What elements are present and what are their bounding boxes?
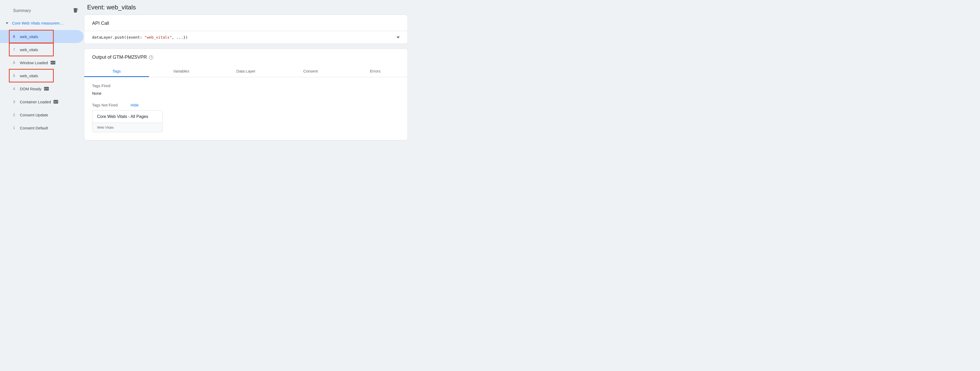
tab-body-tags: Tags Fired None Tags Not Fired Hide Core… bbox=[84, 77, 407, 140]
event-item-number: 2 bbox=[13, 113, 20, 117]
event-item-label: web_vitals bbox=[20, 35, 38, 39]
event-item-label: DOM Ready bbox=[20, 87, 41, 91]
api-call-prefix: dataLayer.push({event: bbox=[92, 35, 145, 40]
sidebar: Summary Core Web Vitals measurem… 8web_v… bbox=[0, 0, 83, 155]
hide-link[interactable]: Hide bbox=[131, 103, 139, 107]
output-card: Output of GTM-PMZ5VPR ? TagsVariablesDat… bbox=[84, 49, 408, 140]
tab-tags[interactable]: Tags bbox=[84, 65, 149, 77]
event-item[interactable]: 1Consent Default bbox=[0, 121, 83, 134]
svg-rect-0 bbox=[77, 9, 78, 10]
event-item-number: 6 bbox=[13, 61, 20, 65]
event-item[interactable]: 5web_vitals bbox=[0, 69, 83, 82]
app-root: Summary Core Web Vitals measurem… 8web_v… bbox=[0, 0, 408, 155]
event-item-number: 3 bbox=[13, 100, 20, 104]
tag-card-title: Core Web Vitals - All Pages bbox=[92, 111, 162, 123]
event-list: 8web_vitals7web_vitals6Window Loaded</>5… bbox=[0, 27, 83, 134]
event-title: Event: web_vitals bbox=[84, 0, 408, 14]
event-item-label: Consent Update bbox=[20, 113, 48, 117]
summary-row[interactable]: Summary bbox=[0, 3, 83, 19]
tags-fired-label: Tags Fired bbox=[92, 83, 400, 88]
tag-card[interactable]: Core Web Vitals - All Pages Web Vitals bbox=[92, 110, 162, 132]
svg-rect-2 bbox=[77, 11, 78, 11]
api-call-code: dataLayer.push({event: "web_vitals", ...… bbox=[92, 35, 188, 40]
api-call-body[interactable]: dataLayer.push({event: "web_vitals", ...… bbox=[84, 31, 407, 44]
summary-label: Summary bbox=[13, 8, 31, 13]
event-item-number: 1 bbox=[13, 126, 20, 130]
tags-not-fired-row: Tags Not Fired Hide bbox=[92, 103, 400, 107]
api-call-card: API Call dataLayer.push({event: "web_vit… bbox=[84, 14, 408, 44]
tab-variables[interactable]: Variables bbox=[149, 65, 214, 77]
tags-not-fired-label: Tags Not Fired bbox=[92, 103, 118, 107]
code-icon: </> bbox=[44, 87, 49, 91]
chevron-down-icon bbox=[396, 37, 400, 38]
api-call-value: "web_vitals" bbox=[145, 35, 172, 40]
tab-data-layer[interactable]: Data Layer bbox=[214, 65, 278, 77]
help-icon[interactable]: ? bbox=[149, 55, 153, 59]
tab-consent[interactable]: Consent bbox=[278, 65, 343, 77]
api-call-header: API Call bbox=[84, 15, 407, 31]
event-item[interactable]: 6Window Loaded</> bbox=[0, 56, 83, 69]
event-item[interactable]: 2Consent Update bbox=[0, 108, 83, 121]
api-call-suffix: , ...}) bbox=[172, 35, 188, 40]
event-item-label: Container Loaded bbox=[20, 100, 51, 104]
event-item-number: 8 bbox=[13, 35, 20, 38]
tab-errors[interactable]: Errors bbox=[343, 65, 407, 77]
code-icon: </> bbox=[51, 61, 55, 64]
code-icon: </> bbox=[54, 100, 58, 103]
output-header-label: Output of GTM-PMZ5VPR bbox=[92, 54, 147, 60]
output-header: Output of GTM-PMZ5VPR ? bbox=[84, 49, 407, 65]
event-item[interactable]: 4DOM Ready</> bbox=[0, 82, 83, 95]
event-item-label: web_vitals bbox=[20, 48, 38, 52]
event-item[interactable]: 3Container Loaded</> bbox=[0, 95, 83, 108]
event-item-number: 4 bbox=[13, 87, 20, 91]
event-item-label: Window Loaded bbox=[20, 61, 48, 65]
event-item-number: 7 bbox=[13, 48, 20, 52]
tabbar: TagsVariablesData LayerConsentErrors bbox=[84, 65, 407, 77]
source-row[interactable]: Core Web Vitals measurem… bbox=[0, 19, 83, 27]
event-item-label: web_vitals bbox=[20, 73, 38, 78]
source-label: Core Web Vitals measurem… bbox=[12, 21, 64, 25]
chevron-down-icon bbox=[6, 22, 8, 24]
clear-all-icon[interactable] bbox=[73, 7, 78, 14]
event-item-label: Consent Default bbox=[20, 126, 48, 130]
event-item-number: 5 bbox=[13, 73, 20, 78]
event-item[interactable]: 7web_vitals bbox=[0, 43, 83, 56]
tags-fired-none: None bbox=[92, 91, 400, 96]
event-item[interactable]: 8web_vitals bbox=[0, 30, 83, 43]
svg-rect-1 bbox=[77, 10, 78, 10]
main-panel: Event: web_vitals API Call dataLayer.pus… bbox=[83, 0, 408, 155]
tag-card-type: Web Vitals bbox=[92, 123, 162, 132]
